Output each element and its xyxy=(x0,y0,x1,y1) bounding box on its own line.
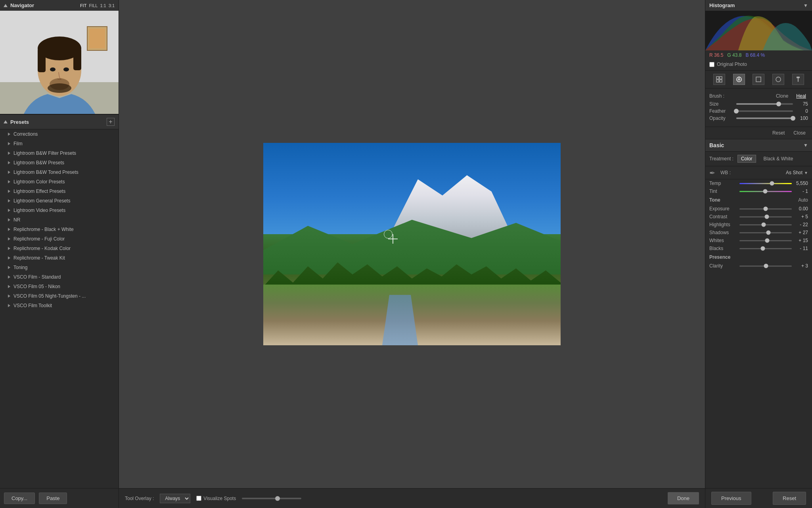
opacity-value: 100 xyxy=(796,115,808,121)
graduated-filter-button[interactable] xyxy=(772,74,784,85)
nav-1to1-btn[interactable]: 1:1 xyxy=(100,3,106,8)
preset-arrow-icon xyxy=(8,190,10,193)
shadows-slider[interactable] xyxy=(739,232,792,233)
histogram-menu-icon[interactable]: ▼ xyxy=(803,3,808,8)
preset-arrow-icon xyxy=(8,152,10,155)
highlights-slider-thumb xyxy=(761,223,766,227)
preset-label: Lightroom Effect Presets xyxy=(13,189,65,194)
bw-treatment-btn[interactable]: Black & White xyxy=(760,155,797,163)
navigator-header[interactable]: Navigator FIT FILL 1:1 3:1 xyxy=(0,0,119,11)
tint-slider[interactable] xyxy=(739,191,792,192)
preset-label: Replichrome - Fuji Color xyxy=(13,236,65,242)
main-photo xyxy=(263,143,561,345)
nav-3to1-btn[interactable]: 3:1 xyxy=(109,3,115,8)
presets-header[interactable]: Presets + xyxy=(0,114,119,129)
b-value: B 68.4 % xyxy=(745,52,765,58)
preset-item-vsco-night[interactable]: VSCO Film 05 Night-Tungsten - ... xyxy=(0,291,119,301)
preset-label: Replichrome - Black + White xyxy=(13,227,74,232)
preset-item-effect[interactable]: Lightroom Effect Presets xyxy=(0,187,119,196)
paste-button[interactable]: Paste xyxy=(39,493,67,504)
auto-button[interactable]: Auto xyxy=(798,197,808,203)
histogram-header[interactable]: Histogram ▼ xyxy=(705,0,812,11)
preset-item-film[interactable]: Film xyxy=(0,139,119,148)
preset-item-replichrome-tweak[interactable]: Replichrome - Tweak Kit xyxy=(0,253,119,263)
treatment-label: Treatment : xyxy=(709,156,733,162)
original-photo-checkbox[interactable] xyxy=(709,62,714,67)
preset-item-bw-toned[interactable]: Lightroom B&W Toned Presets xyxy=(0,167,119,177)
highlights-label: Highlights xyxy=(709,222,737,227)
basic-section-header[interactable]: Basic ▼ xyxy=(705,139,812,152)
adjustment-brush-button[interactable] xyxy=(792,74,804,85)
svg-rect-18 xyxy=(720,80,722,82)
opacity-slider[interactable] xyxy=(736,117,793,119)
photo-container[interactable] xyxy=(119,0,705,488)
treatment-row: Treatment : Color Black & White xyxy=(705,152,812,166)
heal-btn[interactable]: Heal xyxy=(794,92,808,100)
clone-btn[interactable]: Clone xyxy=(774,92,790,100)
spot-healing-button[interactable] xyxy=(733,74,745,85)
wb-dropdown-icon[interactable]: ▼ xyxy=(804,171,808,175)
reset-button[interactable]: Reset xyxy=(773,492,806,505)
blacks-slider[interactable] xyxy=(739,248,792,249)
preset-item-replichrome-kodak[interactable]: Replichrome - Kodak Color xyxy=(0,244,119,253)
tool-overlay-select[interactable]: Always Never Auto xyxy=(160,494,190,503)
preset-label: Lightroom Color Presets xyxy=(13,179,65,185)
rgb-values: R 36.5 G 43.8 B 68.4 % xyxy=(705,50,812,60)
copy-button[interactable]: Copy... xyxy=(4,493,35,504)
add-preset-button[interactable]: + xyxy=(107,118,115,126)
clarity-label: Clarity xyxy=(709,263,737,269)
nav-fit-btn[interactable]: FIT xyxy=(80,3,87,8)
preset-item-bw-filter[interactable]: Lightroom B&W Filter Presets xyxy=(0,148,119,158)
preset-label: Lightroom B&W Filter Presets xyxy=(13,150,76,156)
grid-tool-button[interactable] xyxy=(713,74,725,85)
clarity-row: Clarity + 3 xyxy=(705,262,812,270)
reset-close-row: Reset Close xyxy=(705,127,812,139)
basic-menu-icon[interactable]: ▼ xyxy=(803,142,808,148)
preset-item-general[interactable]: Lightroom General Presets xyxy=(0,196,119,206)
blacks-value: - 11 xyxy=(794,246,808,251)
preset-item-toning[interactable]: Toning xyxy=(0,263,119,272)
preset-item-vsco-nikon[interactable]: VSCO Film 05 - Nikon xyxy=(0,282,119,291)
preset-item-bw-presets[interactable]: Lightroom B&W Presets xyxy=(0,158,119,167)
visualize-slider-container xyxy=(242,498,662,499)
histogram-title: Histogram xyxy=(709,2,735,8)
crop-tool-button[interactable] xyxy=(753,74,764,85)
exposure-label: Exposure xyxy=(709,206,737,212)
contrast-slider[interactable] xyxy=(739,216,792,217)
visualize-spots-checkbox[interactable] xyxy=(196,496,201,501)
visualize-spots-slider[interactable] xyxy=(242,498,301,499)
preset-label: Film xyxy=(13,141,23,146)
g-value: G 43.8 xyxy=(727,52,741,58)
color-treatment-btn[interactable]: Color xyxy=(737,155,756,163)
whites-slider[interactable] xyxy=(739,240,792,241)
original-photo-row[interactable]: Original Photo xyxy=(705,60,812,70)
preset-item-replichrome-bw[interactable]: Replichrome - Black + White xyxy=(0,225,119,234)
eyedropper-icon[interactable]: ✒ xyxy=(709,169,717,177)
clarity-slider[interactable] xyxy=(739,266,792,267)
feather-slider[interactable] xyxy=(736,110,793,112)
nav-fill-btn[interactable]: FILL xyxy=(89,3,98,8)
preset-item-vsco-standard[interactable]: VSCO Film - Standard xyxy=(0,272,119,282)
presence-label: Presence xyxy=(709,254,730,260)
size-slider[interactable] xyxy=(736,103,793,105)
whites-row: Whites + 15 xyxy=(705,237,812,244)
blacks-slider-thumb xyxy=(761,246,765,251)
done-button[interactable]: Done xyxy=(668,492,699,504)
previous-button[interactable]: Previous xyxy=(711,492,751,505)
visualize-spots-checkbox-row[interactable]: Visualize Spots xyxy=(196,496,236,501)
basic-title: Basic xyxy=(709,142,724,148)
brush-close-button[interactable]: Close xyxy=(791,129,808,137)
brush-reset-button[interactable]: Reset xyxy=(770,129,787,137)
wb-value: As Shot xyxy=(786,170,802,175)
temp-slider[interactable] xyxy=(739,183,792,184)
preset-item-nr[interactable]: NR xyxy=(0,215,119,225)
preset-item-replichrome-fuji[interactable]: Replichrome - Fuji Color xyxy=(0,234,119,244)
feather-value: 0 xyxy=(796,108,808,114)
preset-item-corrections[interactable]: Corrections xyxy=(0,129,119,139)
opacity-slider-fill xyxy=(736,117,793,119)
highlights-slider[interactable] xyxy=(739,224,792,225)
preset-item-video[interactable]: Lightroom Video Presets xyxy=(0,206,119,215)
preset-item-color[interactable]: Lightroom Color Presets xyxy=(0,177,119,187)
exposure-slider[interactable] xyxy=(739,208,792,210)
preset-item-vsco-toolkit[interactable]: VSCO Film Toolkit xyxy=(0,301,119,310)
